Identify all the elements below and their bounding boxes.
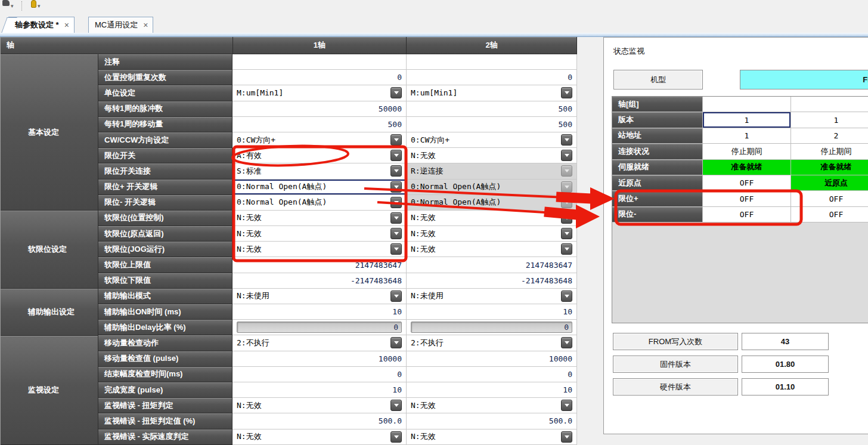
dropdown-button[interactable] — [390, 291, 402, 302]
axis1-value-cell[interactable]: 10000 — [232, 351, 407, 367]
axis1-value-cell[interactable]: 0 — [232, 70, 407, 85]
axis2-value-cell[interactable]: N:无效 — [407, 429, 577, 445]
axis1-value-cell[interactable]: A:有效 — [232, 148, 407, 163]
dropdown-button[interactable] — [390, 165, 402, 177]
axis1-value-cell[interactable]: 50000 — [232, 101, 407, 117]
chevron-down-icon[interactable]: ▾ — [38, 4, 41, 9]
axis2-value-cell[interactable]: N:无效 — [407, 398, 577, 413]
axis1-value-cell[interactable]: N:无效 — [232, 429, 407, 445]
chevron-down-icon[interactable]: ▾ — [11, 4, 14, 9]
axis2-value-cell[interactable]: 0 — [407, 367, 577, 382]
dropdown-button[interactable] — [390, 181, 402, 193]
axis2-value-cell[interactable]: 10 — [407, 382, 577, 398]
dropdown-button[interactable] — [561, 228, 572, 239]
axis2-value-cell[interactable]: N:无效 — [407, 148, 577, 163]
toolbar-separator — [21, 1, 22, 11]
close-icon[interactable]: × — [143, 21, 148, 29]
dropdown-button[interactable] — [561, 337, 572, 348]
cell-value-text: 0 — [568, 370, 572, 379]
dropdown-button[interactable] — [561, 212, 572, 224]
axis2-value-cell[interactable] — [407, 54, 577, 70]
axis1-value-cell[interactable]: 10 — [232, 304, 407, 320]
axis1-value-cell[interactable]: 0:CW方向+ — [232, 132, 407, 148]
dropdown-button[interactable] — [390, 228, 402, 239]
dropdown-button[interactable] — [561, 243, 572, 255]
info-label: 硬件版本 — [613, 378, 738, 395]
axis2-value-cell[interactable]: 500 — [407, 117, 577, 132]
axis2-status-cell: 2轴 — [791, 97, 868, 112]
axis2-value-cell[interactable]: M:um[Min1] — [407, 85, 577, 101]
axis2-value-cell[interactable]: 0 — [407, 70, 577, 85]
axis1-value-cell[interactable]: M:um[Min1] — [232, 85, 407, 101]
cell-value-text: 500 — [559, 104, 572, 113]
dropdown-button — [561, 165, 572, 177]
cell-value-text: 500 — [388, 120, 402, 129]
axis1-value-cell[interactable]: 2147483647 — [232, 257, 407, 273]
axis1-value-cell[interactable]: 2:不执行 — [232, 335, 407, 351]
axis2-value-cell[interactable]: 0:CW方向+ — [407, 132, 577, 148]
axis1-value-cell[interactable]: S:标准 — [232, 163, 407, 179]
dropdown-button[interactable] — [561, 134, 572, 146]
tab-axis-parameter-settings[interactable]: 轴参数设定 * × — [8, 17, 75, 33]
close-icon[interactable]: × — [64, 21, 69, 29]
dropdown-button[interactable] — [390, 150, 402, 161]
dropdown-value-text: M:um[Min1] — [411, 88, 559, 97]
dropdown-value-text: 2:不执行 — [411, 338, 559, 348]
dropdown-button[interactable] — [561, 87, 572, 98]
dropdown-button[interactable] — [390, 400, 402, 411]
axis2-value-cell[interactable]: 500.0 — [407, 413, 577, 429]
axis1-value-cell[interactable]: 0:Normal Open(A触点) — [232, 180, 407, 195]
axis2-value-cell[interactable]: 10 — [407, 304, 577, 320]
axis1-value-cell[interactable]: 0 — [232, 367, 407, 382]
axis1-value-cell[interactable]: 0:Normal Open(A触点) — [232, 195, 407, 211]
dropdown-button[interactable] — [390, 212, 402, 224]
axis1-status-cell: OFF — [703, 207, 791, 222]
axis2-value-cell[interactable]: N:无效 — [407, 242, 577, 257]
axis1-value-cell[interactable] — [232, 54, 407, 70]
axis2-value-cell[interactable]: -2147483648 — [407, 273, 577, 289]
table-header-row: 轴 1轴 2轴 — [1, 37, 577, 54]
tab-mc-common-settings[interactable]: MC通用设定 × — [88, 17, 153, 33]
toolbar-dropdown-2[interactable]: ▾ — [31, 0, 41, 9]
toolbar-dropdown-1[interactable]: ▾ — [2, 0, 14, 9]
dropdown-button[interactable] — [561, 150, 572, 161]
dropdown-button[interactable] — [561, 291, 572, 302]
axis1-value-cell[interactable]: N:未使用 — [232, 289, 407, 304]
dropdown-button[interactable] — [390, 87, 402, 98]
dropdown-button[interactable] — [390, 243, 402, 255]
axis-parameter-table: 轴 1轴 2轴 基本设定软限位设定辅助输出设定监视设定 注释 位置控制重复次数 … — [0, 37, 577, 445]
axis1-value-cell[interactable]: 500 — [232, 117, 407, 132]
axis1-value-cell[interactable]: 10 — [232, 382, 407, 398]
axis2-value-cell[interactable]: N:未使用 — [407, 289, 577, 304]
dropdown-button[interactable] — [390, 431, 402, 443]
axis1-value-cell[interactable]: N:无效 — [232, 226, 407, 242]
axis1-value-cell[interactable]: 500.0 — [232, 413, 407, 429]
status-row: 版本 1 1 — [612, 112, 868, 128]
axis2-value-cell[interactable]: R:逆连接 — [407, 163, 577, 179]
axis2-value-cell[interactable]: 2:不执行 — [407, 335, 577, 351]
status-row: 轴[组] 1轴 2轴 — [612, 97, 868, 112]
axis1-value-cell[interactable]: N:无效 — [232, 211, 407, 226]
dropdown-button[interactable] — [561, 400, 572, 411]
axis1-value-cell[interactable]: N:无效 — [232, 242, 407, 257]
dropdown-value-text: R:逆连接 — [411, 166, 559, 177]
dropdown-value-text: 0:Normal Open(A触点) — [411, 197, 559, 208]
axis2-value-cell[interactable]: 10000 — [407, 351, 577, 367]
status-row: 限位- OFF OFF — [612, 207, 868, 222]
axis2-value-cell[interactable]: 2147483647 — [407, 257, 577, 273]
dropdown-button[interactable] — [390, 134, 402, 146]
dropdown-button[interactable] — [390, 337, 402, 348]
axis2-value-cell[interactable]: 500 — [407, 101, 577, 117]
dropdown-button[interactable] — [561, 431, 572, 443]
cell-value-text: 10 — [563, 307, 572, 316]
axis2-value-cell[interactable]: N:无效 — [407, 211, 577, 226]
status-label: 伺服就绪 — [612, 160, 703, 175]
axis1-value-cell[interactable]: -2147483648 — [232, 273, 407, 289]
axis2-value-cell[interactable]: N:无效 — [407, 226, 577, 242]
dropdown-button[interactable] — [390, 197, 402, 208]
disabled-input: 0 — [237, 322, 402, 333]
parameter-label: 软限位上限值 — [98, 257, 232, 273]
axis2-value-cell[interactable]: 0:Normal Open(A触点) — [407, 195, 577, 211]
axis1-value-cell[interactable]: N:无效 — [232, 398, 407, 413]
axis2-value-cell[interactable]: 0:Normal Open(A触点) — [407, 180, 577, 195]
